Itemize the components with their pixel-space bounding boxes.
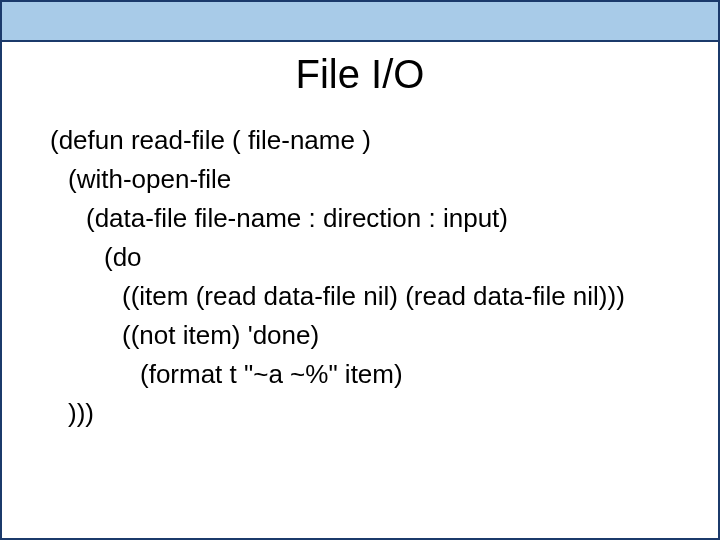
top-bar <box>2 2 718 42</box>
slide-title: File I/O <box>2 52 718 97</box>
code-line-5: ((item (read data-file nil) (read data-f… <box>50 277 698 316</box>
code-line-2: (with-open-file <box>50 160 698 199</box>
code-line-3: (data-file file-name : direction : input… <box>50 199 698 238</box>
slide: File I/O (defun read-file ( file-name ) … <box>0 0 720 540</box>
code-line-4: (do <box>50 238 698 277</box>
code-line-1: (defun read-file ( file-name ) <box>50 121 698 160</box>
code-block: (defun read-file ( file-name ) (with-ope… <box>2 121 718 433</box>
code-line-7: (format t "~a ~%" item) <box>50 355 698 394</box>
code-line-8: ))) <box>50 394 698 433</box>
code-line-6: ((not item) 'done) <box>50 316 698 355</box>
